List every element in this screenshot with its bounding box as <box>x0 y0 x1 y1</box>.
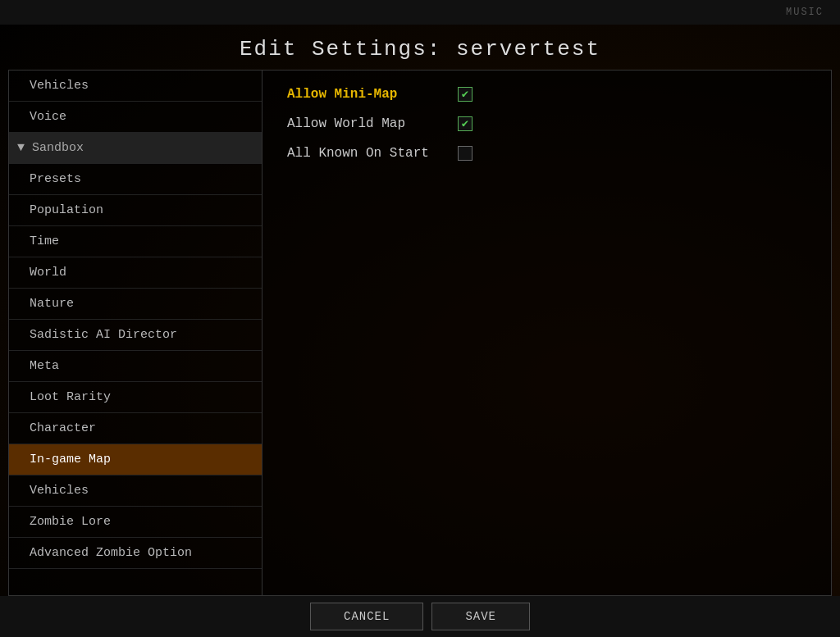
cancel-button[interactable]: CANCEL <box>310 603 423 630</box>
main-container: Edit Settings: servertest VehiclesVoice▼… <box>0 25 840 596</box>
sidebar-item-time[interactable]: Time <box>9 226 262 257</box>
page-title: Edit Settings: servertest <box>0 25 840 70</box>
setting-label-allow-mini-map: Allow Mini-Map <box>287 87 451 102</box>
sidebar-item-loot-rarity[interactable]: Loot Rarity <box>9 382 262 413</box>
setting-label-all-known-on-start: All Known On Start <box>287 146 451 161</box>
sidebar-item-meta[interactable]: Meta <box>9 351 262 382</box>
sidebar-item-ingame-map[interactable]: In-game Map <box>9 444 262 475</box>
sidebar-item-vehicles-top[interactable]: Vehicles <box>9 71 262 102</box>
bottom-bar: CANCEL SAVE <box>0 596 840 637</box>
sidebar-item-character[interactable]: Character <box>9 413 262 444</box>
sidebar-item-advanced-zombie[interactable]: Advanced Zombie Option <box>9 538 262 569</box>
sidebar-item-vehicles-bottom[interactable]: Vehicles <box>9 475 262 507</box>
sidebar: VehiclesVoice▼ SandboxPresetsPopulationT… <box>8 70 262 596</box>
checkmark-allow-world-map: ✔ <box>462 118 468 130</box>
setting-row-allow-world-map: Allow World Map✔ <box>287 116 806 131</box>
sidebar-item-sadistic-ai[interactable]: Sadistic AI Director <box>9 320 262 351</box>
sidebar-item-nature[interactable]: Nature <box>9 289 262 320</box>
content-area: VehiclesVoice▼ SandboxPresetsPopulationT… <box>8 70 832 596</box>
main-panel: Allow Mini-Map✔Allow World Map✔All Known… <box>262 70 832 596</box>
checkbox-all-known-on-start[interactable] <box>458 146 472 161</box>
checkbox-allow-mini-map[interactable]: ✔ <box>458 87 472 102</box>
sidebar-item-world[interactable]: World <box>9 257 262 289</box>
save-button[interactable]: SAVE <box>431 603 530 630</box>
setting-row-all-known-on-start: All Known On Start <box>287 146 806 161</box>
music-label: MUSIC <box>786 7 824 18</box>
sidebar-item-presets[interactable]: Presets <box>9 164 262 195</box>
sidebar-item-voice[interactable]: Voice <box>9 102 262 133</box>
setting-row-allow-mini-map: Allow Mini-Map✔ <box>287 87 806 102</box>
top-bar: MUSIC <box>0 0 840 25</box>
setting-label-allow-world-map: Allow World Map <box>287 116 451 131</box>
sidebar-item-sandbox[interactable]: ▼ Sandbox <box>9 133 262 164</box>
sidebar-item-population[interactable]: Population <box>9 195 262 226</box>
sidebar-item-zombie-lore[interactable]: Zombie Lore <box>9 507 262 538</box>
checkbox-allow-world-map[interactable]: ✔ <box>458 116 472 131</box>
checkmark-allow-mini-map: ✔ <box>462 89 468 100</box>
